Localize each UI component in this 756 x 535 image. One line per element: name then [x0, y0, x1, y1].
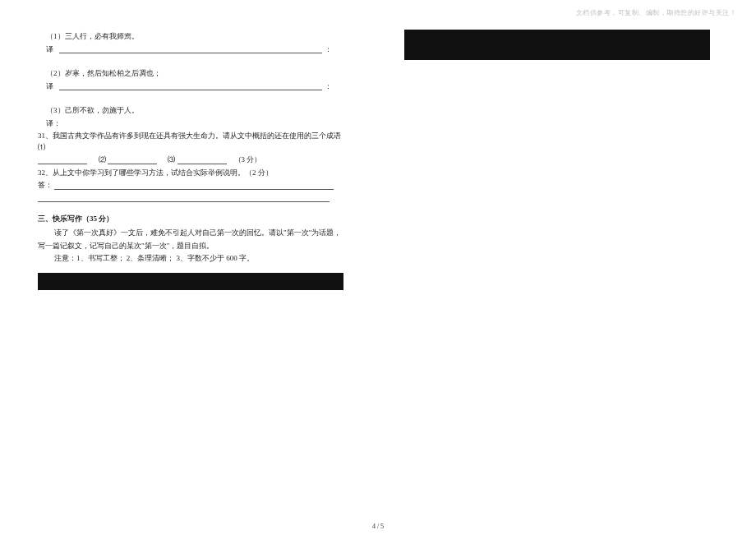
right-column [404, 30, 710, 60]
colon: ： [325, 82, 332, 90]
blank-idiom-1[interactable] [38, 156, 87, 164]
essay-prompt-2: 写一篇记叙文，记写自己的某次"第一次"，题目自拟。 [38, 241, 343, 252]
blank-line[interactable] [59, 82, 322, 90]
q31-line-b: ⑵ ⑶ （3 分） [38, 155, 343, 166]
blank-line[interactable] [54, 182, 334, 190]
left-column: （1）三人行，必有我师焉。 译 ： （2）岁寒，然后知松柏之后凋也； 译 ： （… [38, 30, 343, 290]
idiom-label-2: ⑵ [99, 155, 106, 164]
translation-label: 译 [46, 81, 58, 93]
blank-idiom-3[interactable] [177, 156, 227, 164]
page-number: 4 / 5 [372, 523, 384, 530]
blank-line[interactable] [59, 45, 322, 53]
translation-label: 译： [46, 119, 61, 127]
idiom-label-3: ⑶ [168, 155, 175, 164]
q32-line: 32、从上文中你学习到了哪些学习方法，试结合实际举例说明。（2 分） [38, 168, 343, 179]
q2-sentence: （2）岁寒，然后知松柏之后凋也； [38, 68, 343, 80]
q32-answer-row2 [38, 193, 343, 205]
section-3-title: 三、快乐写作（35 分） [38, 214, 343, 224]
colon: ： [325, 45, 332, 53]
q3-sentence: （3）己所不欲，勿施于人。 [38, 105, 343, 117]
essay-prompt-3: 注意：1、书写工整； 2、条理清晰； 3、字数不少于 600 字。 [38, 253, 343, 265]
q1-sentence: （1）三人行，必有我师焉。 [38, 31, 343, 43]
manuscript-grid-right[interactable] [404, 30, 710, 60]
page: 文档供参考，可复制、编制，期待您的好评与关注！ （1）三人行，必有我师焉。 译 … [0, 0, 756, 535]
essay-prompt-1: 读了《第一次真好》一文后，难免不引起人对自己第一次的回忆。请以"第一次"为话题， [38, 228, 343, 239]
manuscript-grid-left[interactable] [38, 273, 343, 290]
q31-points: （3 分） [234, 155, 262, 164]
blank-idiom-2[interactable] [108, 156, 157, 164]
blank-line[interactable] [38, 194, 330, 202]
q31-line-a: 31、我国古典文学作品有许多到现在还具有强大生命力。请从文中概括的还在使用的三个… [38, 131, 343, 153]
watermark-text: 文档供参考，可复制、编制，期待您的好评与关注！ [576, 8, 737, 17]
q2-translation-row: 译 ： [38, 81, 343, 93]
q1-translation-row: 译 ： [38, 44, 343, 56]
q32-answer-row1: 答： [38, 180, 343, 191]
translation-label: 译 [46, 44, 58, 56]
q3-translation-row: 译： [38, 118, 343, 130]
left-manuscript-grid-wrap [38, 273, 343, 290]
answer-label: 答： [38, 181, 53, 189]
q31-text: 31、我国古典文学作品有许多到现在还具有强大生命力。请从文中概括的还在使用的三个… [38, 131, 341, 151]
